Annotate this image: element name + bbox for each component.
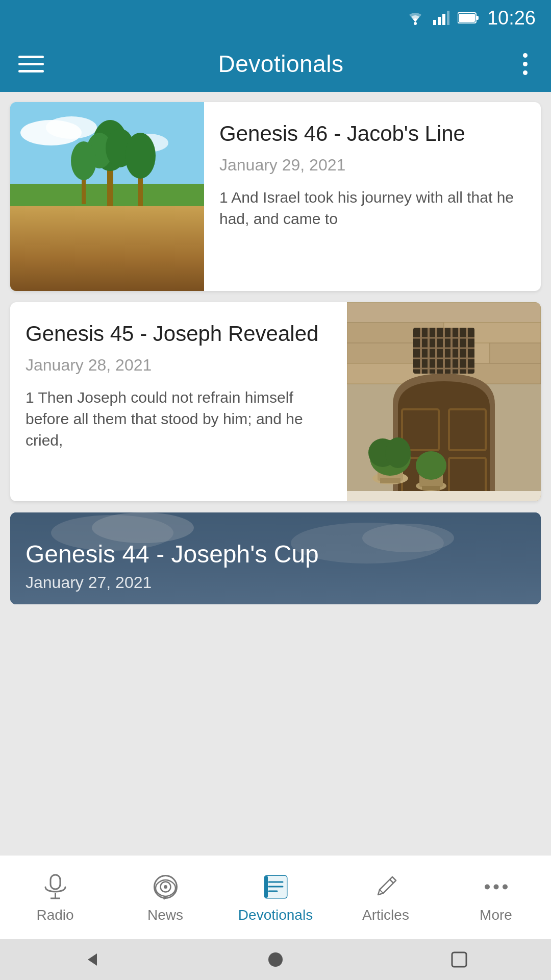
microphone-icon <box>40 871 70 902</box>
system-nav <box>0 939 551 980</box>
svg-point-31 <box>84 235 135 265</box>
nav-item-news[interactable]: News <box>110 871 220 923</box>
svg-rect-45 <box>347 302 541 323</box>
card-full-date: January 27, 2021 <box>26 573 525 592</box>
svg-rect-3 <box>442 14 445 25</box>
svg-point-37 <box>98 227 121 248</box>
svg-point-92 <box>164 885 167 889</box>
svg-rect-98 <box>265 876 268 898</box>
svg-rect-22 <box>20 219 194 235</box>
status-bar: 10:26 <box>0 0 551 36</box>
card-full-body: Genesis 44 - Joseph's Cup January 27, 20… <box>10 527 541 604</box>
svg-rect-25 <box>41 250 48 281</box>
svg-rect-32 <box>97 248 104 281</box>
svg-rect-39 <box>164 252 171 281</box>
svg-rect-4 <box>447 11 449 25</box>
recents-button[interactable] <box>439 947 480 972</box>
svg-point-102 <box>503 884 508 889</box>
svg-point-20 <box>71 141 96 180</box>
card-image-camels <box>10 102 204 291</box>
svg-point-27 <box>39 234 58 256</box>
card-genesis-45[interactable]: Genesis 45 - Joseph Revealed January 28,… <box>10 302 541 501</box>
nav-item-more[interactable]: More <box>441 871 551 923</box>
svg-point-30 <box>41 232 61 250</box>
card-genesis-46[interactable]: Genesis 46 - Jacob's Line January 29, 20… <box>10 102 541 291</box>
card-date-1: January 29, 2021 <box>219 156 525 175</box>
svg-rect-2 <box>438 17 441 25</box>
nav-label-radio: Radio <box>36 907 73 923</box>
content-area: Genesis 46 - Jacob's Line January 29, 20… <box>0 92 551 855</box>
svg-marker-103 <box>88 953 97 966</box>
svg-rect-7 <box>459 14 475 22</box>
svg-rect-79 <box>347 491 541 501</box>
svg-point-42 <box>187 250 199 258</box>
svg-rect-40 <box>181 252 188 283</box>
status-icons: 10:26 <box>406 7 536 29</box>
svg-point-74 <box>385 437 411 468</box>
svg-rect-71 <box>380 478 400 483</box>
svg-point-78 <box>416 451 446 480</box>
nav-label-more: More <box>480 907 512 923</box>
card-genesis-44[interactable]: Genesis 44 - Joseph's Cup January 27, 20… <box>10 512 541 604</box>
devotionals-icon <box>260 871 291 902</box>
nav-label-devotionals: Devotionals <box>238 907 313 923</box>
svg-line-99 <box>390 879 393 883</box>
svg-rect-50 <box>490 343 541 363</box>
svg-point-101 <box>493 884 498 889</box>
svg-point-41 <box>163 230 184 252</box>
card-excerpt-2: 1 Then Joseph could not refrain himself … <box>26 387 332 451</box>
svg-rect-105 <box>452 952 466 967</box>
card-excerpt-1: 1 And Israel took his journey with all t… <box>219 187 525 230</box>
nav-item-articles[interactable]: Articles <box>331 871 441 923</box>
battery-icon <box>458 12 479 24</box>
svg-point-104 <box>268 952 283 967</box>
menu-button[interactable] <box>18 56 44 72</box>
svg-rect-77 <box>422 486 440 490</box>
svg-rect-28 <box>38 235 43 253</box>
signal-icon <box>433 11 449 25</box>
svg-rect-35 <box>94 229 101 248</box>
wifi-icon <box>406 11 425 25</box>
app-bar: Devotionals <box>0 36 551 92</box>
more-dots-icon <box>481 871 511 902</box>
svg-point-100 <box>485 884 490 889</box>
svg-rect-48 <box>347 343 413 363</box>
more-vert-button[interactable] <box>518 48 533 80</box>
svg-rect-26 <box>61 250 69 283</box>
svg-point-24 <box>28 238 74 267</box>
status-time: 10:26 <box>487 7 536 29</box>
svg-rect-6 <box>476 16 479 20</box>
card-full-title: Genesis 44 - Joseph's Cup <box>26 540 525 569</box>
svg-point-0 <box>414 22 417 25</box>
svg-point-10 <box>46 116 97 139</box>
svg-rect-23 <box>20 235 194 242</box>
svg-rect-1 <box>433 20 436 25</box>
nav-item-devotionals[interactable]: Devotionals <box>220 871 331 923</box>
card-body-2: Genesis 45 - Joseph Revealed January 28,… <box>10 302 347 501</box>
svg-point-38 <box>152 241 195 267</box>
articles-icon <box>370 871 401 902</box>
nav-item-radio[interactable]: Radio <box>0 871 110 923</box>
bottom-nav: Radio News <box>0 855 551 939</box>
svg-rect-33 <box>117 248 124 283</box>
svg-point-34 <box>94 227 115 253</box>
card-title-1: Genesis 46 - Jacob's Line <box>219 120 525 148</box>
svg-point-29 <box>36 230 46 238</box>
svg-rect-21 <box>10 225 204 291</box>
card-title-2: Genesis 45 - Joseph Revealed <box>26 321 332 348</box>
back-button[interactable] <box>71 947 112 972</box>
svg-rect-87 <box>51 875 60 889</box>
card-body-1: Genesis 46 - Jacob's Line January 29, 20… <box>204 102 541 291</box>
svg-point-36 <box>91 223 104 232</box>
home-button[interactable] <box>255 947 296 972</box>
nav-label-articles: Articles <box>362 907 409 923</box>
card-date-2: January 28, 2021 <box>26 356 332 375</box>
news-icon <box>150 871 181 902</box>
card-image-door <box>347 302 541 501</box>
page-title: Devotionals <box>218 50 344 78</box>
nav-label-news: News <box>147 907 183 923</box>
svg-point-18 <box>125 133 156 179</box>
